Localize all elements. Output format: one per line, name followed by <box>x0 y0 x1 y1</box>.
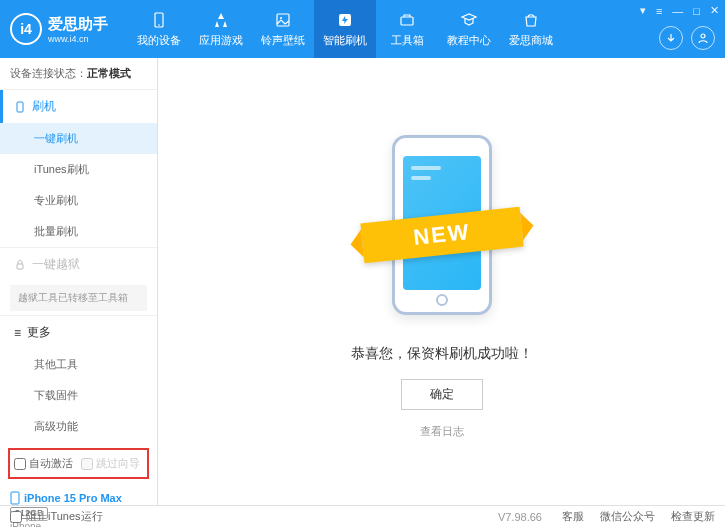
footer-update[interactable]: 检查更新 <box>671 509 715 524</box>
close-icon[interactable]: ✕ <box>710 4 719 17</box>
auto-activate-checkbox[interactable]: 自动激活 <box>14 456 73 471</box>
view-log-link[interactable]: 查看日志 <box>420 424 464 439</box>
success-message: 恭喜您，保资料刷机成功啦！ <box>351 345 533 363</box>
sidebar-head-jailbreak: 一键越狱 <box>0 248 157 281</box>
device-icon <box>149 10 169 30</box>
logo-icon: i4 <box>10 13 42 45</box>
maximize-icon[interactable]: □ <box>693 5 700 17</box>
nav-apps[interactable]: 应用游戏 <box>190 0 252 58</box>
svg-point-3 <box>280 17 282 19</box>
app-url: www.i4.cn <box>48 34 108 44</box>
connection-status: 设备连接状态：正常模式 <box>0 58 157 89</box>
svg-rect-5 <box>401 17 413 25</box>
list-icon: ≡ <box>14 326 21 340</box>
main-content: NEW 恭喜您，保资料刷机成功啦！ 确定 查看日志 <box>158 58 725 505</box>
options-box: 自动激活 跳过向导 <box>8 448 149 479</box>
user-button[interactable] <box>691 26 715 50</box>
nav-store[interactable]: 爱思商城 <box>500 0 562 58</box>
wallpaper-icon <box>273 10 293 30</box>
jailbreak-note: 越狱工具已转移至工具箱 <box>10 285 147 311</box>
apps-icon <box>211 10 231 30</box>
footer-support[interactable]: 客服 <box>562 509 584 524</box>
store-icon <box>521 10 541 30</box>
sidebar-item-advanced[interactable]: 高级功能 <box>0 411 157 442</box>
svg-rect-2 <box>277 14 289 26</box>
sidebar-head-more[interactable]: ≡更多 <box>0 316 157 349</box>
skip-wizard-checkbox[interactable]: 跳过向导 <box>81 456 140 471</box>
settings-icon[interactable]: ≡ <box>656 5 662 17</box>
lock-icon <box>14 259 26 271</box>
sidebar-head-flash[interactable]: 刷机 <box>0 90 157 123</box>
phone-icon <box>14 101 26 113</box>
sidebar-item-pro[interactable]: 专业刷机 <box>0 185 157 216</box>
phone-illustration: NEW <box>372 125 512 325</box>
version-label: V7.98.66 <box>498 511 542 523</box>
sidebar: 设备连接状态：正常模式 刷机 一键刷机 iTunes刷机 专业刷机 批量刷机 一… <box>0 58 158 505</box>
nav-toolbox[interactable]: 工具箱 <box>376 0 438 58</box>
new-ribbon: NEW <box>360 206 523 263</box>
phone-icon <box>10 491 20 505</box>
nav-my-device[interactable]: 我的设备 <box>128 0 190 58</box>
sidebar-item-oneclick[interactable]: 一键刷机 <box>0 123 157 154</box>
nav-flash[interactable]: 智能刷机 <box>314 0 376 58</box>
svg-rect-9 <box>11 492 19 504</box>
ok-button[interactable]: 确定 <box>401 379 483 410</box>
menu-icon[interactable]: ▾ <box>640 4 646 17</box>
svg-point-6 <box>701 34 705 38</box>
top-nav: 我的设备 应用游戏 铃声壁纸 智能刷机 工具箱 教程中心 爱思商城 <box>128 0 562 58</box>
block-itunes-checkbox[interactable]: 阻止iTunes运行 <box>10 509 103 524</box>
footer-wechat[interactable]: 微信公众号 <box>600 509 655 524</box>
nav-ringtones[interactable]: 铃声壁纸 <box>252 0 314 58</box>
svg-rect-8 <box>17 264 23 269</box>
app-header: i4 爱思助手 www.i4.cn 我的设备 应用游戏 铃声壁纸 智能刷机 工具… <box>0 0 725 58</box>
sidebar-item-firmware[interactable]: 下载固件 <box>0 380 157 411</box>
download-button[interactable] <box>659 26 683 50</box>
nav-tutorials[interactable]: 教程中心 <box>438 0 500 58</box>
logo: i4 爱思助手 www.i4.cn <box>10 13 108 45</box>
sidebar-item-itunes[interactable]: iTunes刷机 <box>0 154 157 185</box>
minimize-icon[interactable]: — <box>672 5 683 17</box>
device-name: iPhone 15 Pro Max <box>24 492 122 504</box>
app-title: 爱思助手 <box>48 15 108 34</box>
sidebar-item-batch[interactable]: 批量刷机 <box>0 216 157 247</box>
window-controls: ▾ ≡ — □ ✕ <box>640 4 719 17</box>
flash-icon <box>335 10 355 30</box>
toolbox-icon <box>397 10 417 30</box>
svg-rect-7 <box>17 102 23 112</box>
tutorial-icon <box>459 10 479 30</box>
svg-point-1 <box>158 24 160 26</box>
sidebar-item-other[interactable]: 其他工具 <box>0 349 157 380</box>
